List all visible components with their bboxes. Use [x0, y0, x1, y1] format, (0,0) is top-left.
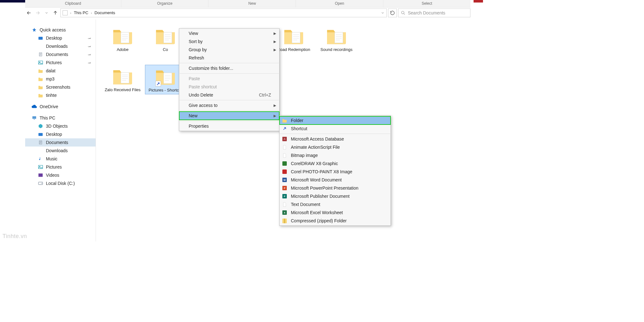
- svg-rect-19: [335, 32, 343, 43]
- folder-item[interactable]: Zalo Received Files: [102, 65, 143, 94]
- sidebar-onedrive[interactable]: OneDrive: [25, 103, 96, 111]
- folder-icon: ↗: [154, 66, 177, 86]
- folder-label: Co: [163, 47, 168, 52]
- address-bar[interactable]: › This PC › Documents: [60, 8, 387, 17]
- sidebar-quick-access[interactable]: Quick access: [25, 26, 96, 34]
- sidebar-item-music[interactable]: Music: [25, 155, 96, 163]
- submenu-item-animate-actionscript-file[interactable]: Animate ActionScript File: [280, 143, 391, 151]
- sidebar-item-downloads[interactable]: Downloads: [25, 42, 96, 50]
- forward-button[interactable]: [34, 9, 42, 17]
- svg-rect-14: [121, 32, 129, 43]
- refresh-button[interactable]: [388, 8, 397, 17]
- menu-item-view[interactable]: View▶: [179, 29, 279, 37]
- sidebar-item-dalat[interactable]: dalat: [25, 67, 96, 75]
- sidebar-this-pc[interactable]: This PC: [25, 114, 96, 122]
- menu-separator: [180, 121, 279, 121]
- sidebar-item-local-disk-c-[interactable]: Local Disk (C:): [25, 179, 96, 187]
- menu-item-label: Animate ActionScript File: [291, 145, 340, 150]
- submenu-item-bitmap-image[interactable]: Bitmap image: [280, 151, 391, 159]
- menu-item-refresh[interactable]: Refresh: [179, 54, 279, 62]
- sidebar-item-label: Screenshots: [46, 85, 70, 90]
- up-button[interactable]: [52, 9, 59, 17]
- menu-item-new[interactable]: New▶: [179, 112, 279, 120]
- sidebar-item-tinhte[interactable]: tinhte: [25, 91, 96, 99]
- sidebar-item-label: Quick access: [40, 27, 66, 32]
- menu-item-undo-delete[interactable]: Undo DeleteCtrl+Z: [179, 91, 279, 99]
- menu-item-label: Refresh: [189, 55, 204, 60]
- submenu-item-coreldraw-x8-graphic[interactable]: CorelDRAW X8 Graphic: [280, 159, 391, 168]
- submenu-item-microsoft-publisher-document[interactable]: PMicrosoft Publisher Document: [280, 192, 391, 200]
- svg-text:X: X: [284, 211, 285, 214]
- submenu-arrow-icon: ▶: [274, 31, 276, 36]
- sidebar-item-documents[interactable]: Documents: [25, 138, 96, 147]
- sidebar-item-label: Desktop: [46, 132, 62, 137]
- monitor-icon: [38, 35, 43, 41]
- sidebar-item-label: Downloads: [46, 44, 68, 49]
- refresh-icon: [390, 10, 395, 15]
- sidebar-item-pictures[interactable]: Pictures: [25, 163, 96, 171]
- menu-item-label: Microsoft Access Database: [291, 136, 344, 142]
- folder-icon: [38, 92, 43, 98]
- menu-item-customize-this-folder-[interactable]: Customize this folder...: [179, 64, 279, 72]
- submenu-item-folder[interactable]: Folder: [280, 116, 391, 125]
- submenu-item-text-document[interactable]: Text Document: [280, 200, 391, 208]
- back-button[interactable]: [25, 9, 33, 17]
- arrow-right-icon: [35, 10, 41, 16]
- svg-rect-9: [38, 165, 42, 169]
- search-input[interactable]: Search Documents: [398, 8, 470, 17]
- menu-item-label: Give access to: [189, 103, 218, 108]
- sidebar-item-screenshots[interactable]: Screenshots: [25, 83, 96, 91]
- ribbon-group-organize: Organize: [121, 0, 209, 7]
- ppt-icon: P: [282, 186, 287, 191]
- sidebar-item-label: This PC: [40, 115, 55, 120]
- menu-item-sort-by[interactable]: Sort by▶: [179, 37, 279, 46]
- menu-separator: [180, 73, 279, 74]
- svg-rect-25: [282, 169, 287, 174]
- folder-item[interactable]: Sound recordings: [316, 25, 357, 53]
- folder-label: Zalo Received Files: [105, 87, 141, 92]
- doc-icon: [38, 140, 43, 145]
- submenu-item-compressed-zipped-folder[interactable]: Compressed (zipped) Folder: [280, 217, 391, 225]
- folder-icon: [111, 66, 134, 86]
- sidebar-item-documents[interactable]: Documents: [25, 50, 96, 58]
- folder-item[interactable]: Adobe: [102, 25, 143, 53]
- svg-point-0: [402, 11, 404, 14]
- monitor-icon: [38, 131, 43, 137]
- sidebar-item-mp3[interactable]: mp3: [25, 75, 96, 83]
- pin-icon: [87, 52, 92, 57]
- sidebar-item-videos[interactable]: Videos: [25, 171, 96, 179]
- submenu-item-corel-photo-paint-x8-image[interactable]: Corel PHOTO-PAINT X8 Image: [280, 168, 391, 176]
- chevron-down-icon[interactable]: [381, 11, 385, 15]
- submenu-item-shortcut[interactable]: Shortcut: [280, 125, 391, 133]
- submenu-item-microsoft-word-document[interactable]: WMicrosoft Word Document: [280, 176, 391, 184]
- submenu-arrow-icon: ▶: [274, 103, 276, 108]
- svg-rect-3: [38, 61, 42, 64]
- menu-item-properties[interactable]: Properties: [179, 122, 279, 130]
- menu-item-give-access-to[interactable]: Give access to▶: [179, 101, 279, 109]
- menu-item-group-by[interactable]: Group by▶: [179, 46, 279, 54]
- folder-icon: [282, 118, 287, 123]
- sidebar-item-3d-objects[interactable]: 3D Objects: [25, 122, 96, 130]
- folder-icon: [111, 26, 134, 46]
- ribbon-group-select: Select: [383, 0, 470, 7]
- shortcut-icon: [282, 126, 287, 131]
- sidebar-item-label: dalat: [46, 68, 55, 73]
- sidebar-item-label: Local Disk (C:): [46, 181, 75, 186]
- sidebar-item-desktop[interactable]: Desktop: [25, 130, 96, 138]
- sidebar-item-downloads[interactable]: Downloads: [25, 147, 96, 155]
- submenu-item-microsoft-excel-worksheet[interactable]: XMicrosoft Excel Worksheet: [280, 208, 391, 217]
- submenu-item-microsoft-access-database[interactable]: AMicrosoft Access Database: [280, 135, 391, 143]
- menu-item-label: Properties: [189, 124, 209, 129]
- sidebar-item-desktop[interactable]: Desktop: [25, 34, 96, 42]
- sidebar-item-pictures[interactable]: Pictures: [25, 58, 96, 67]
- recent-locations-button[interactable]: [43, 9, 50, 17]
- folder-label: Pictures - Shortcut: [149, 88, 182, 93]
- breadcrumb-documents[interactable]: Documents: [95, 9, 115, 17]
- breadcrumb-this-pc[interactable]: This PC: [74, 9, 88, 17]
- menu-item-label: Corel PHOTO-PAINT X8 Image: [291, 169, 352, 174]
- sidebar-item-label: tinhte: [46, 93, 57, 98]
- submenu-item-microsoft-powerpoint-presentation[interactable]: PMicrosoft PowerPoint Presentation: [280, 184, 391, 192]
- folder-label: Sound recordings: [320, 47, 353, 52]
- file-icon: [282, 145, 287, 150]
- star-icon: [31, 27, 37, 33]
